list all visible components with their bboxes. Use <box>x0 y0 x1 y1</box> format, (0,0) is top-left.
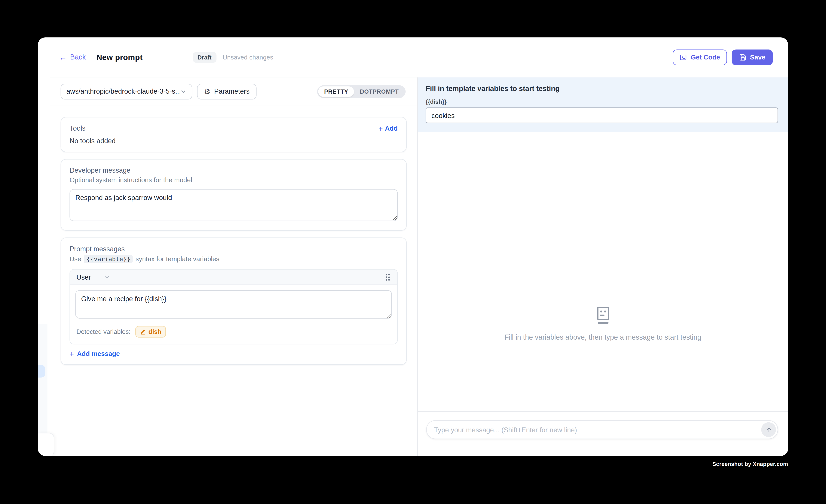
tools-empty-text: No tools added <box>69 137 398 145</box>
detected-variables-row: Detected variables: dish <box>70 321 397 344</box>
save-label: Save <box>750 54 765 61</box>
parameters-label: Parameters <box>214 87 250 95</box>
hint-suffix: syntax for template variables <box>135 255 219 263</box>
template-syntax-hint: Use {{variable}} syntax for template var… <box>69 255 398 263</box>
plus-icon: + <box>378 125 383 132</box>
tools-title: Tools <box>69 124 85 132</box>
variable-code-chip: {{variable}} <box>84 255 133 263</box>
drag-handle-icon[interactable] <box>385 273 391 281</box>
robot-face-icon <box>593 306 613 325</box>
header: ← Back New prompt Draft Unsaved changes … <box>38 37 788 77</box>
chevron-down-icon <box>180 88 186 94</box>
back-button[interactable]: ← Back <box>59 53 86 61</box>
prompt-messages-card: Prompt messages Use {{variable}} syntax … <box>61 238 407 365</box>
tools-card: Tools + Add No tools added <box>61 117 407 152</box>
back-label: Back <box>70 53 86 61</box>
get-code-button[interactable]: Get Code <box>673 49 727 65</box>
developer-message-title: Developer message <box>69 167 398 174</box>
add-message-button[interactable]: + Add message <box>69 350 398 358</box>
prompt-messages-title: Prompt messages <box>69 245 398 253</box>
toggle-pretty[interactable]: PRETTY <box>318 86 354 97</box>
sidebar-sliver <box>38 324 48 433</box>
send-button[interactable] <box>761 422 776 437</box>
chat-area: Fill in the variables above, then type a… <box>418 132 788 411</box>
status-badge: Draft <box>193 52 216 62</box>
message-header: User <box>70 270 397 285</box>
toggle-dotprompt[interactable]: DOTPROMPT <box>354 86 405 97</box>
chat-empty-text: Fill in the variables above, then type a… <box>505 333 701 341</box>
variable-key-label: {{dish}} <box>426 99 778 105</box>
detected-variables-label: Detected variables: <box>76 328 130 335</box>
app-window: ← Back New prompt Draft Unsaved changes … <box>38 37 788 456</box>
page-title: New prompt <box>97 53 143 62</box>
back-arrow-icon: ← <box>59 53 67 61</box>
hint-prefix: Use <box>69 255 81 263</box>
developer-message-input[interactable]: Respond as jack sparrow would <box>69 189 398 221</box>
save-button[interactable]: Save <box>731 49 773 65</box>
test-panel: Fill in template variables to start test… <box>417 77 788 456</box>
get-code-label: Get Code <box>691 54 720 61</box>
model-selector[interactable]: aws/anthropic/bedrock-claude-3-5-s... <box>61 83 192 99</box>
arrow-up-icon <box>765 426 772 433</box>
developer-message-card: Developer message Optional system instru… <box>61 159 407 231</box>
gear-icon: ⚙ <box>204 87 211 95</box>
template-variables-section: Fill in template variables to start test… <box>418 77 788 132</box>
message-block: User Give me a recipe for {{dish}} Detec… <box>69 269 398 344</box>
chat-empty-state: Fill in the variables above, then type a… <box>418 306 788 341</box>
floating-card-sliver <box>38 433 54 456</box>
developer-message-subtitle: Optional system instructions for the mod… <box>69 176 398 184</box>
editor-toolbar: aws/anthropic/bedrock-claude-3-5-s... ⚙ … <box>38 77 417 105</box>
unsaved-changes-label: Unsaved changes <box>223 54 273 61</box>
prompt-editor-panel: aws/anthropic/bedrock-claude-3-5-s... ⚙ … <box>38 77 417 456</box>
variable-badge-label: dish <box>149 328 162 335</box>
add-tool-button[interactable]: + Add <box>378 125 398 132</box>
view-mode-toggle: PRETTY DOTPROMPT <box>317 85 406 98</box>
editor-cards: Tools + Add No tools added Developer mes… <box>38 105 417 365</box>
sidebar-active-item-sliver <box>38 365 45 378</box>
add-message-label: Add message <box>77 350 120 358</box>
parameters-button[interactable]: ⚙ Parameters <box>197 83 256 99</box>
pencil-icon <box>140 329 146 334</box>
header-actions: Get Code Save <box>673 49 773 65</box>
terminal-icon <box>680 54 687 61</box>
watermark-text: Screenshot by Xnapper.com <box>712 461 788 467</box>
message-body: Give me a recipe for {{dish}} <box>70 285 397 321</box>
plus-icon: + <box>69 350 74 358</box>
user-message-input[interactable]: Give me a recipe for {{dish}} <box>75 290 392 319</box>
role-select[interactable]: User <box>76 273 91 281</box>
variable-badge-dish[interactable]: dish <box>135 326 166 337</box>
screenshot-background: ← Back New prompt Draft Unsaved changes … <box>0 0 826 504</box>
chat-input-bar <box>418 412 788 456</box>
chevron-down-icon[interactable] <box>105 274 110 280</box>
variable-value-input[interactable] <box>426 107 778 123</box>
add-tool-label: Add <box>385 125 398 132</box>
model-selector-value: aws/anthropic/bedrock-claude-3-5-s... <box>66 87 180 95</box>
chat-message-input[interactable] <box>426 420 778 439</box>
toolbar-divider <box>50 105 417 105</box>
template-variables-title: Fill in template variables to start test… <box>426 85 778 93</box>
save-icon <box>739 54 746 61</box>
